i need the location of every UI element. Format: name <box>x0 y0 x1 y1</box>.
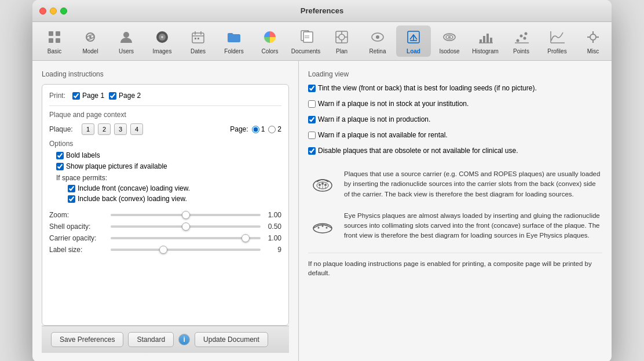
print-row: Print: Page 1 Page 2 <box>49 92 281 100</box>
svg-point-59 <box>319 184 321 186</box>
update-document-button[interactable]: Update Document <box>195 332 268 347</box>
checkbox-warn-stock[interactable]: Warn if a plaque is not in stock at your… <box>308 100 602 108</box>
toolbar-item-plan[interactable]: Plan <box>324 25 359 57</box>
toolbar-item-histogram[interactable]: Histogram <box>468 25 503 57</box>
label-size-value: 9 <box>264 246 281 254</box>
include-front-checkbox[interactable] <box>68 185 75 192</box>
print-page2-item[interactable]: Page 2 <box>109 92 141 100</box>
svg-rect-19 <box>303 32 313 42</box>
include-back-checkbox[interactable] <box>68 195 75 203</box>
page-label: Page: <box>230 125 248 133</box>
titlebar: Preferences <box>32 0 612 22</box>
show-plaque-pictures-checkbox[interactable] <box>56 163 64 170</box>
info-button[interactable]: i <box>178 334 190 345</box>
options-sub: Bold labels Show plaque pictures if avai… <box>56 151 281 203</box>
checkbox-warn-production-input[interactable] <box>308 116 316 123</box>
shell-opacity-row: Shell opacity: 0.50 <box>49 223 281 231</box>
toolbar-item-isodose[interactable]: Isodose <box>432 25 467 57</box>
preferences-window: Preferences Basic Model Users Image <box>32 0 612 361</box>
plaque-btn-1[interactable]: 1 <box>82 123 94 135</box>
print-page2-label: Page 2 <box>119 92 141 100</box>
left-section-title: Loading instructions <box>42 70 289 78</box>
loading-view-section: Tint the view (front or back) that is be… <box>308 84 602 353</box>
isodose-icon <box>440 28 459 46</box>
svg-point-65 <box>326 227 328 228</box>
svg-point-64 <box>322 225 324 227</box>
bold-labels-item[interactable]: Bold labels <box>56 151 281 159</box>
save-preferences-button[interactable]: Save Preferences <box>51 332 123 347</box>
toolbar-item-dates[interactable]: Dates <box>181 25 215 57</box>
show-plaque-pictures-item[interactable]: Show plaque pictures if available <box>56 162 281 170</box>
bold-labels-checkbox[interactable] <box>56 152 64 159</box>
checkbox-disable-obsolete[interactable]: Disable plaques that are obsolete or not… <box>308 147 602 155</box>
close-button[interactable] <box>39 8 46 14</box>
svg-rect-36 <box>480 39 482 43</box>
page-radio-2[interactable]: 2 <box>268 125 281 133</box>
svg-point-41 <box>517 39 519 42</box>
toolbar-item-load[interactable]: Load <box>396 25 431 57</box>
shell-opacity-label: Shell opacity: <box>49 223 107 231</box>
toolbar-label-points: Points <box>513 48 529 54</box>
checkbox-warn-rental-input[interactable] <box>308 132 316 139</box>
toolbar-label-profiles: Profiles <box>547 48 566 54</box>
toolbar-item-documents[interactable]: Documents <box>288 25 323 57</box>
zoom-thumb[interactable] <box>182 211 190 219</box>
toolbar-item-images[interactable]: Images <box>145 25 180 57</box>
include-front-item[interactable]: Include front (concave) loading view. <box>68 184 281 192</box>
page-radio-1[interactable]: 1 <box>252 125 265 133</box>
toolbar-item-basic[interactable]: Basic <box>37 25 72 57</box>
shell-opacity-thumb[interactable] <box>182 223 190 231</box>
standard-button[interactable]: Standard <box>128 332 174 347</box>
carrier-opacity-value: 1.00 <box>264 234 281 242</box>
svg-point-6 <box>89 36 92 38</box>
zoom-track <box>111 214 261 216</box>
divider-1 <box>49 105 281 106</box>
toolbar-item-points[interactable]: Points <box>504 25 539 57</box>
info-block-eye-physics: Eye Physics plaques are almost always lo… <box>308 211 602 241</box>
page-radio-input-1[interactable] <box>252 126 259 133</box>
plaque-btn-3[interactable]: 3 <box>114 123 127 135</box>
page-radio-input-2[interactable] <box>268 126 276 133</box>
maximize-button[interactable] <box>60 8 67 14</box>
toolbar-item-folders[interactable]: Folders <box>217 25 251 57</box>
info-text-carrier: Plaques that use a source carrier (e.g. … <box>344 169 602 199</box>
plaque-btn-4[interactable]: 4 <box>130 123 143 135</box>
print-page1-item[interactable]: Page 1 <box>72 92 104 100</box>
users-icon <box>117 28 136 46</box>
checkbox-warn-stock-label: Warn if a plaque is not in stock at your… <box>318 100 469 108</box>
checkbox-warn-stock-input[interactable] <box>308 100 316 108</box>
checkbox-warn-production[interactable]: Warn if a plaque is not in production. <box>308 115 602 123</box>
toolbar-item-misc[interactable]: Misc <box>576 25 610 57</box>
plaque-btn-2[interactable]: 2 <box>98 123 111 135</box>
folders-icon <box>225 28 243 46</box>
label-size-thumb[interactable] <box>159 246 167 254</box>
svg-rect-16 <box>197 38 199 39</box>
toolbar-item-users[interactable]: Users <box>109 25 144 57</box>
toolbar-item-colors[interactable]: Colors <box>253 25 287 57</box>
colors-icon <box>261 28 279 46</box>
toolbar-label-folders: Folders <box>224 48 243 54</box>
toolbar-label-colors: Colors <box>262 48 279 54</box>
svg-point-23 <box>339 34 345 40</box>
toolbar-label-load: Load <box>407 48 420 54</box>
print-page1-checkbox[interactable] <box>72 92 80 100</box>
svg-point-61 <box>324 184 327 186</box>
carrier-opacity-label: Carrier opacity: <box>49 234 107 242</box>
toolbar-item-model[interactable]: Model <box>73 25 108 57</box>
checkbox-disable-obsolete-input[interactable] <box>308 147 316 155</box>
carrier-opacity-thumb[interactable] <box>241 234 250 242</box>
print-page2-checkbox[interactable] <box>109 92 116 100</box>
show-plaque-pictures-label: Show plaque pictures if available <box>66 162 167 170</box>
toolbar-item-retina[interactable]: Retina <box>360 25 395 57</box>
include-back-label: Include back (convex) loading view. <box>78 195 187 203</box>
page-radio-label-2: 2 <box>277 125 281 133</box>
toolbar-item-profiles[interactable]: Profiles <box>540 25 575 57</box>
checkbox-disable-obsolete-label: Disable plaques that are obsolete or not… <box>318 147 518 155</box>
include-back-item[interactable]: Include back (convex) loading view. <box>68 195 281 203</box>
svg-point-10 <box>161 36 163 38</box>
checkbox-warn-rental[interactable]: Warn if a plaque is not available for re… <box>308 131 602 139</box>
checkbox-tint[interactable]: Tint the view (front or back) that is be… <box>308 84 602 92</box>
minimize-button[interactable] <box>50 8 57 14</box>
checkbox-tint-input[interactable] <box>308 85 316 92</box>
info-text-eye-physics: Eye Physics plaques are almost always lo… <box>344 211 602 241</box>
